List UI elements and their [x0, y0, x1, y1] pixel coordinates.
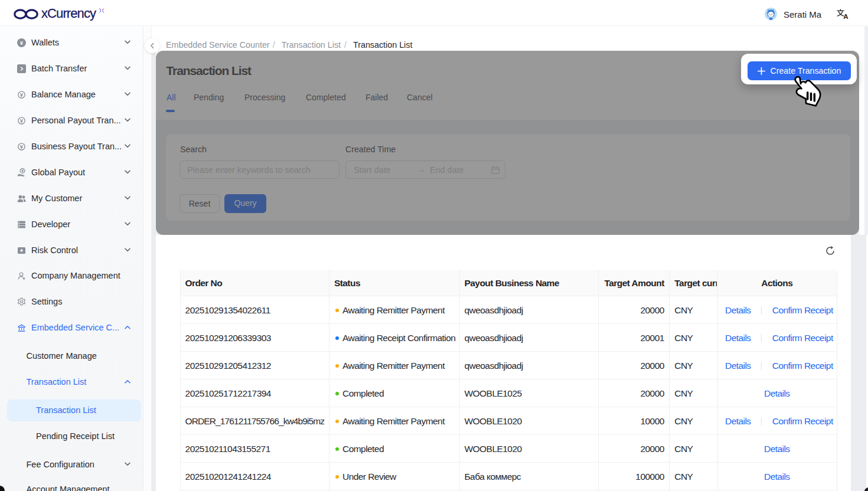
svg-text:¥: ¥ [20, 40, 24, 46]
svg-text:A: A [843, 13, 848, 19]
svg-text:¥: ¥ [20, 117, 24, 124]
svg-text:¥: ¥ [20, 143, 24, 150]
svg-text:¥: ¥ [20, 91, 24, 98]
